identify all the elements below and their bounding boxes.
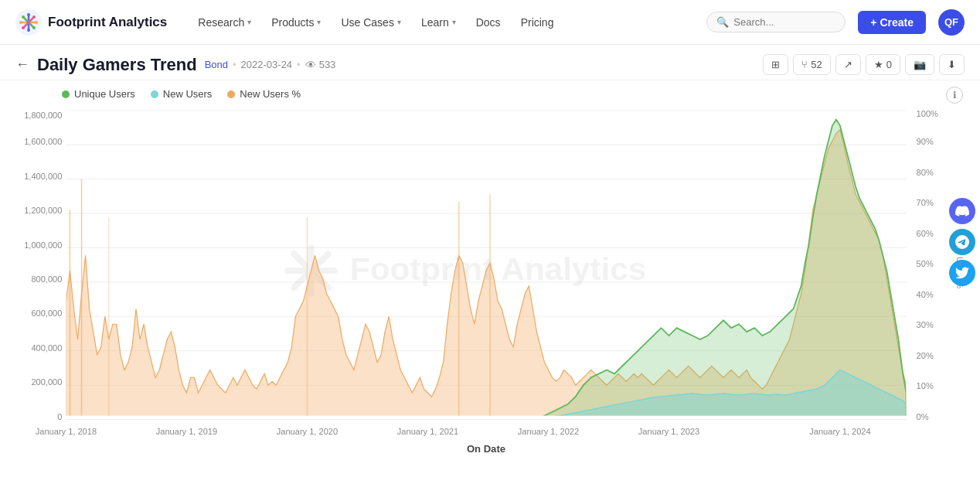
page-meta: Bond • 2022-03-24 • 👁 533 (205, 59, 336, 71)
svg-text:30%: 30% (917, 320, 934, 329)
svg-text:70%: 70% (917, 198, 934, 207)
navbar: Footprint Analytics Research ▾ Products … (0, 0, 980, 45)
nav-docs[interactable]: Docs (467, 12, 510, 33)
svg-text:January 1, 2019: January 1, 2019 (156, 427, 217, 436)
svg-text:1,000,000: 1,000,000 (24, 240, 62, 250)
new-users-dot (151, 90, 158, 98)
page-header-right: ⊞ ⑂ 52 ↗ ★ 0 📷 ⬇ (763, 54, 965, 75)
camera-icon: 📷 (914, 59, 926, 70)
star-icon: ★ (874, 59, 883, 70)
fork-icon: ⑂ (801, 59, 808, 70)
download-icon: ⬇ (948, 59, 956, 70)
new-users-label: New Users (163, 88, 213, 100)
svg-text:1,200,000: 1,200,000 (24, 206, 62, 215)
svg-text:200,000: 200,000 (31, 377, 62, 387)
svg-point-12 (22, 26, 25, 29)
unique-users-dot (62, 90, 70, 98)
meta-separator: • (233, 59, 236, 70)
chart-container: ℹ Unique Users New Users New Users % 0 (0, 80, 980, 472)
svg-text:80%: 80% (917, 168, 934, 177)
svg-text:January 1, 2020: January 1, 2020 (277, 427, 338, 436)
new-users-pct-label: New Users % (240, 88, 301, 100)
svg-point-9 (22, 15, 25, 19)
chart-svg: 0 200,000 400,000 600,000 800,000 1,000,… (15, 103, 965, 454)
nav-links: Research ▾ Products ▾ Use Cases ▾ Learn … (189, 12, 700, 33)
export-button[interactable]: ↗ (835, 54, 861, 75)
svg-point-6 (27, 29, 30, 32)
svg-text:20%: 20% (917, 351, 934, 360)
svg-point-8 (35, 21, 38, 24)
svg-text:800,000: 800,000 (31, 274, 62, 284)
table-view-button[interactable]: ⊞ (763, 54, 788, 75)
logo-area[interactable]: Footprint Analytics (15, 9, 167, 36)
twitter-button[interactable] (949, 260, 975, 286)
views-count: 533 (319, 59, 336, 70)
svg-text:January 1, 2022: January 1, 2022 (518, 427, 579, 436)
discord-button[interactable] (949, 198, 975, 224)
fork-button[interactable]: ⑂ 52 (793, 54, 830, 75)
nav-products[interactable]: Products ▾ (262, 12, 330, 33)
svg-text:50%: 50% (917, 259, 934, 268)
svg-text:Footprint Analytics: Footprint Analytics (350, 251, 647, 287)
svg-text:January 1, 2018: January 1, 2018 (36, 427, 97, 436)
svg-text:400,000: 400,000 (31, 343, 62, 353)
svg-point-5 (27, 13, 30, 16)
nav-pricing[interactable]: Pricing (512, 12, 563, 33)
logo-icon (15, 9, 42, 36)
svg-text:600,000: 600,000 (31, 308, 62, 318)
chart-wrapper: 0 200,000 400,000 600,000 800,000 1,000,… (15, 103, 965, 454)
export-icon: ↗ (844, 59, 852, 70)
page-title: Daily Gamers Trend (37, 55, 197, 75)
svg-text:January 1, 2023: January 1, 2023 (638, 427, 699, 436)
learn-chevron-icon: ▾ (452, 18, 456, 26)
legend-new-users: New Users (151, 88, 213, 100)
svg-text:0%: 0% (917, 412, 929, 421)
fork-count: 52 (811, 59, 822, 70)
products-chevron-icon: ▾ (317, 18, 321, 26)
search-box[interactable]: 🔍 (706, 12, 846, 32)
page-date: 2022-03-24 (241, 59, 293, 70)
nav-learn[interactable]: Learn ▾ (412, 12, 465, 33)
telegram-button[interactable] (949, 229, 975, 255)
svg-text:0: 0 (57, 412, 62, 421)
svg-point-11 (32, 15, 36, 19)
legend-unique-users: Unique Users (62, 88, 135, 100)
create-button[interactable]: + Create (858, 11, 926, 34)
star-button[interactable]: ★ 0 (866, 54, 900, 75)
svg-text:90%: 90% (917, 137, 934, 146)
svg-text:On Date: On Date (467, 443, 505, 454)
search-icon: 🔍 (716, 16, 729, 28)
svg-text:1,800,000: 1,800,000 (24, 111, 62, 120)
social-icons (944, 193, 980, 291)
legend-new-users-pct: New Users % (227, 88, 301, 100)
avatar[interactable]: QF (938, 9, 965, 36)
page-header-left: ← Daily Gamers Trend Bond • 2022-03-24 •… (15, 55, 335, 75)
info-button[interactable]: ℹ (946, 87, 963, 104)
svg-text:1,600,000: 1,600,000 (24, 137, 62, 146)
usecases-chevron-icon: ▾ (397, 18, 401, 26)
meta-views: 👁 533 (305, 59, 336, 71)
svg-text:January 1, 2024: January 1, 2024 (809, 427, 870, 436)
svg-text:1,400,000: 1,400,000 (24, 172, 62, 181)
camera-button[interactable]: 📷 (905, 54, 934, 75)
download-button[interactable]: ⬇ (939, 54, 965, 75)
svg-text:40%: 40% (917, 290, 934, 299)
back-button[interactable]: ← (15, 56, 29, 73)
eye-icon: 👁 (305, 59, 316, 71)
unique-users-label: Unique Users (74, 88, 135, 100)
svg-text:10%: 10% (917, 381, 934, 390)
svg-text:January 1, 2021: January 1, 2021 (397, 427, 458, 436)
page-header: ← Daily Gamers Trend Bond • 2022-03-24 •… (0, 45, 980, 80)
research-chevron-icon: ▾ (247, 18, 251, 26)
svg-point-10 (32, 26, 36, 29)
brand-name: Footprint Analytics (48, 15, 167, 30)
star-count: 0 (886, 59, 892, 70)
svg-text:60%: 60% (917, 229, 934, 238)
svg-text:100%: 100% (917, 109, 939, 118)
search-input[interactable] (733, 16, 835, 28)
new-users-pct-dot (227, 90, 235, 98)
svg-point-7 (19, 21, 22, 24)
nav-research[interactable]: Research ▾ (189, 12, 260, 33)
table-icon: ⊞ (771, 59, 780, 70)
nav-usecases[interactable]: Use Cases ▾ (332, 12, 410, 33)
